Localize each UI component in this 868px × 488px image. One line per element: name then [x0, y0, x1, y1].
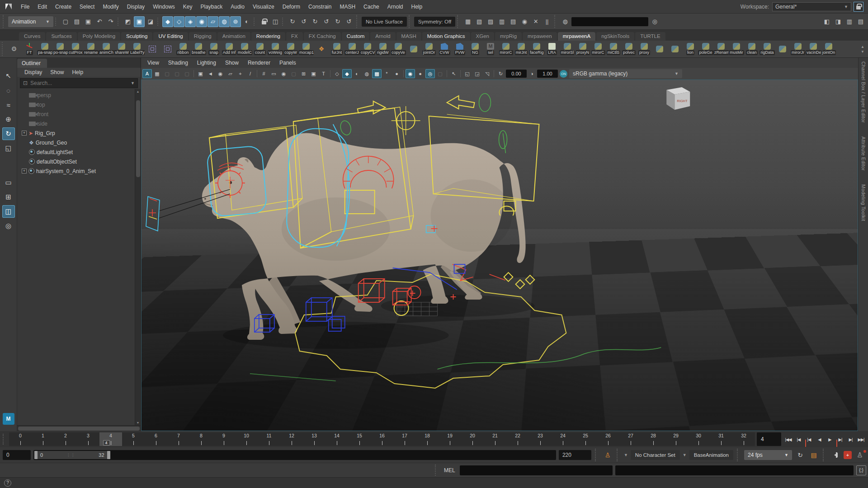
symmetry-field[interactable]: Symmetry: Off — [414, 17, 455, 27]
anti-alias-icon[interactable]: ◎ — [425, 69, 435, 78]
shelf-item-breathe[interactable]: breathe — [191, 43, 206, 55]
timeline-frame-30[interactable]: 30 — [687, 432, 710, 446]
group-drag-handle[interactable] — [823, 449, 826, 461]
timeline-frame-2[interactable]: 2 — [54, 432, 77, 446]
shelf-item-zRenam[interactable]: zRenam — [713, 43, 729, 55]
shelf-item-po-snap[interactable]: po-snap — [52, 43, 68, 55]
timeline-frame-22[interactable]: 22 — [506, 432, 529, 446]
shelf-tab-xgen[interactable]: XGen — [471, 32, 494, 41]
render-frame-icon[interactable]: ▦ — [462, 16, 473, 27]
shelf-tab-animation[interactable]: Animation — [217, 32, 250, 41]
shelf-tab-uv-editing[interactable]: UV Editing — [153, 32, 188, 41]
outliner-menu-help[interactable]: Help — [68, 69, 87, 76]
shelf-tab-fx-caching[interactable]: FX Caching — [304, 32, 341, 41]
menu-arnold[interactable]: Arnold — [383, 2, 407, 11]
shelf-tab-turtle[interactable]: TURTLE — [635, 32, 665, 41]
group-drag-handle[interactable] — [157, 18, 161, 26]
hypershade-icon[interactable]: ◍ — [560, 16, 571, 27]
menu-help[interactable]: Help — [407, 2, 426, 11]
range-grip[interactable]: ⋮⋮ — [46, 453, 96, 457]
snap-view-plane-icon[interactable]: ▱ — [208, 16, 218, 27]
grid-snap-vp-icon[interactable]: ▦ — [152, 69, 162, 78]
animation-end-field[interactable]: 220 — [559, 450, 591, 460]
menu-mash[interactable]: MASH — [335, 2, 359, 11]
sidebar-tab-modeling-toolkit[interactable]: Modeling Toolkit — [861, 184, 866, 221]
shelf-item-mirorC[interactable]: mirorC — [590, 43, 606, 55]
shelf-item-python-script[interactable] — [406, 46, 421, 52]
depth-peel-icon[interactable]: ▢ — [435, 69, 445, 78]
shelf-tab-sculpting[interactable]: Sculpting — [121, 32, 152, 41]
menu-create[interactable]: Create — [51, 2, 75, 11]
group-drag-handle[interactable] — [3, 15, 6, 28]
timeline-frame-15[interactable]: 15 — [348, 432, 371, 446]
greasepencil-icon[interactable]: / — [245, 69, 255, 78]
shelf-item-sel[interactable]: Msel — [483, 43, 498, 55]
motion-blur-icon[interactable]: ● — [415, 69, 425, 78]
chevron-down-icon[interactable]: ▼ — [683, 453, 687, 457]
menu-key[interactable]: Key — [179, 2, 197, 11]
sidebar-tab-attribute-editor[interactable]: Attribute Editor — [861, 136, 866, 171]
timeline-frame-5[interactable]: 5 — [122, 432, 145, 446]
character-set-selector[interactable]: No Character Set — [631, 450, 680, 460]
construction-history-icon[interactable]: ↻ — [310, 16, 321, 27]
menu-display[interactable]: Display — [123, 2, 149, 11]
layout-outliner-persp-icon[interactable]: ◫ — [2, 205, 15, 218]
shelf-tab-rigging[interactable]: Rigging — [189, 32, 217, 41]
shelf-item-mirJnt[interactable]: mirJnt — [514, 43, 529, 55]
menu-set-dropdown[interactable]: Animation▼ — [8, 16, 53, 27]
shelf-item-python-script[interactable] — [775, 46, 790, 52]
camera-lock-icon[interactable]: ◉ — [216, 69, 225, 78]
shelf-item-CVW[interactable]: CVW — [437, 43, 452, 55]
anim-layer-selector[interactable]: BaseAnimation — [689, 450, 733, 460]
shelf-item-proxy[interactable]: proxy — [637, 43, 652, 55]
shelf-item-mocap1[interactable]: mocap1 — [298, 43, 314, 55]
group-drag-handle[interactable] — [737, 449, 741, 461]
select-object-icon[interactable]: ▣ — [134, 16, 145, 27]
shelf-item-rigData[interactable]: rigData — [760, 43, 775, 55]
colorspace-dropdown[interactable]: sRGB gamma (legacy)▼ — [569, 69, 682, 78]
timeline-frame-14[interactable]: 14 — [326, 432, 348, 446]
undo-icon[interactable]: ↶ — [94, 16, 105, 27]
node-editor-icon[interactable] — [145, 46, 160, 52]
timeline-frame-32[interactable]: 32 — [732, 432, 755, 446]
shelf-item-mirorC[interactable]: mirorC — [498, 43, 514, 55]
group-drag-handle[interactable] — [595, 449, 599, 461]
vp-dim3-icon[interactable]: ▢ — [182, 69, 192, 78]
timeline-frame-10[interactable]: 10 — [235, 432, 258, 446]
shelf-item-copyCV[interactable]: copyCV — [360, 43, 375, 55]
shelf-item-clean[interactable]: clean — [744, 43, 760, 55]
loop-toggle-icon[interactable]: ↻ — [795, 450, 806, 460]
shelf-item-LabelTy[interactable]: LabelTy — [129, 43, 145, 55]
camera-attributes-icon[interactable]: ▣ — [196, 69, 205, 78]
scale-tool-icon[interactable]: ◱ — [2, 142, 15, 155]
menu-audio[interactable]: Audio — [226, 2, 249, 11]
search-input[interactable]: Search... — [30, 80, 128, 86]
shelf-tab-surfaces[interactable]: Surfaces — [46, 32, 76, 41]
outliner-item-defaultobjectset[interactable]: defaultObjectSet — [17, 157, 135, 166]
outliner-item-side[interactable]: side — [17, 119, 135, 128]
menu-edit[interactable]: Edit — [33, 2, 51, 11]
dope-sheet-icon[interactable]: ▤ — [808, 450, 819, 460]
output-ops-icon[interactable]: ↺ — [298, 16, 309, 27]
step-forward-key-button[interactable]: ▶| — [845, 437, 856, 442]
make-live-icon[interactable]: ◍ — [219, 16, 230, 27]
shelf-item-miCtlS[interactable]: miCtlS — [606, 43, 621, 55]
shelf-tab-poly-modeling[interactable]: Poly Modeling — [78, 32, 120, 41]
input-ops-icon[interactable]: ↻ — [287, 16, 298, 27]
open-scene-icon[interactable]: ▤ — [71, 16, 82, 27]
display-layer-icon[interactable]: ▤ — [508, 16, 519, 27]
shelf-item-modelC[interactable]: modelC — [237, 43, 252, 55]
bookmark-icon[interactable]: ◄ — [206, 69, 215, 78]
channel-box-toggle-icon[interactable]: ▥ — [844, 16, 855, 27]
play-backwards-button[interactable]: ◀ — [814, 437, 825, 442]
new-scene-icon[interactable]: ▢ — [60, 16, 71, 27]
timeline-frame-4[interactable]: 44 — [99, 432, 122, 446]
spin-icon[interactable]: ◎ — [649, 16, 660, 27]
layout-single-pane-icon[interactable]: ▭ — [2, 176, 15, 189]
outliner-item-defaultlightset[interactable]: defaultLightSet — [17, 147, 135, 157]
shelf-item-Add Inf[interactable]: Add Inf — [222, 43, 237, 55]
outliner-menu-display[interactable]: Display — [21, 69, 46, 76]
command-input[interactable] — [460, 465, 613, 475]
menu-modify[interactable]: Modify — [99, 2, 123, 11]
outliner-item-rig_grp[interactable]: +➤Rig_Grp — [17, 128, 135, 138]
